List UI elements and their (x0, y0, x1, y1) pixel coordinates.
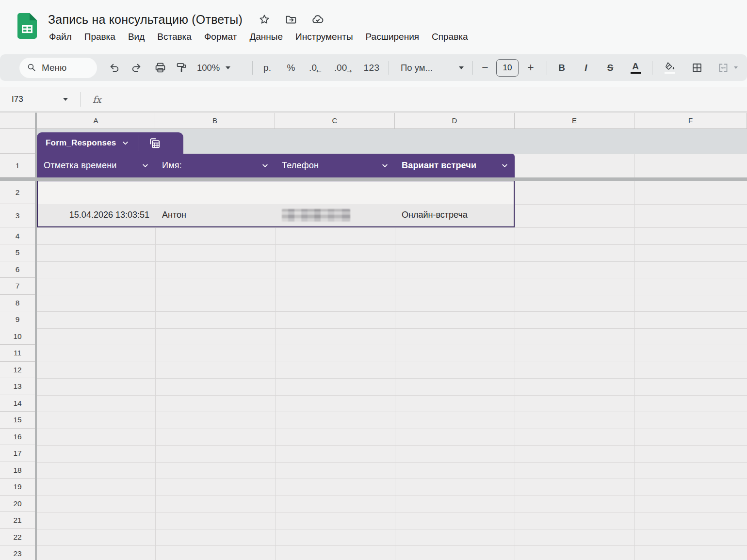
select-all-corner[interactable] (0, 112, 35, 129)
table-tab[interactable]: Form_Responses (37, 132, 183, 154)
font-family-value: По ум... (401, 63, 433, 73)
row-header-13[interactable]: 13 (0, 378, 35, 395)
chevron-down-icon[interactable] (122, 140, 129, 147)
column-header-D[interactable]: D (395, 112, 515, 129)
gridline (37, 345, 747, 345)
cell-B3[interactable]: Антон (155, 210, 275, 220)
gridline (37, 496, 747, 496)
font-size-input[interactable]: 10 (496, 59, 519, 77)
strikethrough-button[interactable]: S (601, 59, 619, 77)
row-header-7[interactable]: 7 (0, 278, 35, 295)
chevron-down-icon[interactable] (381, 162, 389, 169)
table-column-name[interactable]: Имя: (155, 154, 275, 177)
gridline (37, 311, 747, 312)
name-box[interactable]: I73 (12, 95, 65, 104)
font-family-select[interactable]: По ум... (396, 63, 469, 73)
paint-bucket-icon (665, 62, 675, 71)
gridline (37, 227, 747, 228)
menu-Вставка[interactable]: Вставка (151, 32, 198, 42)
row-header-23[interactable]: 23 (0, 545, 35, 560)
table-view-icon[interactable] (148, 137, 161, 149)
table-name[interactable]: Form_Responses (46, 138, 116, 148)
menu-Данные[interactable]: Данные (243, 32, 289, 42)
move-to-folder-icon[interactable] (285, 13, 297, 26)
borders-button[interactable] (687, 59, 707, 77)
chevron-down-icon[interactable] (142, 162, 149, 169)
row-header-20[interactable]: 20 (0, 496, 35, 512)
merge-options-chevron-icon[interactable] (734, 66, 738, 69)
row-header-15[interactable]: 15 (0, 412, 35, 429)
row-header-16[interactable]: 16 (0, 429, 35, 446)
currency-format-button[interactable]: р. (258, 59, 277, 77)
table-row-3[interactable]: 15.04.2026 13:03:51 Антон Онлайн-встреча (38, 204, 514, 227)
cell-C3[interactable] (275, 209, 395, 222)
row-header-5[interactable]: 5 (0, 244, 35, 261)
menu-Расширения[interactable]: Расширения (359, 32, 426, 42)
column-header-A[interactable]: A (37, 112, 155, 129)
row-header-18[interactable]: 18 (0, 462, 35, 479)
more-formats-button[interactable]: 123 (360, 59, 383, 77)
row-header-10[interactable]: 10 (0, 328, 35, 345)
bold-button[interactable]: B (553, 59, 570, 77)
row-header-9[interactable]: 9 (0, 311, 35, 328)
table-column-meeting[interactable]: Вариант встречи (395, 154, 515, 177)
row-header-3[interactable]: 3 (0, 204, 35, 227)
row-header-6[interactable]: 6 (0, 261, 35, 278)
increase-decimal-button[interactable]: .00→ (330, 59, 356, 77)
row-header-17[interactable]: 17 (0, 445, 35, 462)
text-color-button[interactable]: A (627, 59, 644, 77)
row-header-11[interactable]: 11 (0, 345, 35, 362)
table-body[interactable]: 15.04.2026 13:03:51 Антон Онлайн-встреча (37, 181, 515, 227)
cell-A3[interactable]: 15.04.2026 13:03:51 (38, 210, 155, 220)
decrease-decimal-button[interactable]: .0← (305, 59, 325, 77)
row-header-12[interactable]: 12 (0, 362, 35, 379)
frozen-row-divider[interactable] (0, 177, 747, 181)
row-header-2[interactable]: 2 (0, 181, 35, 204)
chevron-down-icon[interactable] (501, 162, 508, 169)
row-header-1[interactable]: 1 (0, 154, 35, 177)
sheets-logo-icon (17, 13, 37, 39)
name-box-chevron-icon[interactable] (63, 98, 68, 101)
undo-button[interactable] (106, 59, 123, 77)
cell-D3[interactable]: Онлайн-встреча (395, 210, 514, 220)
sheet-grid[interactable]: ABCDEF 123456789101112131415161718192021… (0, 112, 747, 560)
decrease-font-size-button[interactable]: − (478, 59, 492, 77)
gridline (37, 278, 747, 278)
row-header-4[interactable]: 4 (0, 227, 35, 244)
toolbar-search[interactable]: Меню (19, 58, 97, 78)
row-header-21[interactable]: 21 (0, 512, 35, 529)
gridline (37, 378, 747, 379)
row-header-19[interactable]: 19 (0, 479, 35, 496)
menu-Справка[interactable]: Справка (425, 32, 474, 42)
column-header-C[interactable]: C (275, 112, 395, 129)
column-header-B[interactable]: B (155, 112, 275, 129)
star-icon[interactable] (258, 13, 271, 26)
percent-format-button[interactable]: % (283, 59, 299, 77)
print-button[interactable] (151, 59, 169, 77)
table-column-phone[interactable]: Телефон (275, 154, 395, 177)
document-title[interactable]: Запись на консультацию (Ответы) (48, 13, 243, 27)
menu-Инструменты[interactable]: Инструменты (289, 32, 359, 42)
row-header-14[interactable]: 14 (0, 395, 35, 412)
row-header-8[interactable]: 8 (0, 295, 35, 312)
menu-Файл[interactable]: Файл (43, 32, 78, 42)
zoom-select[interactable]: 100% (197, 63, 247, 73)
table-column-timestamp[interactable]: Отметка времени (37, 154, 155, 177)
menu-Вид[interactable]: Вид (122, 32, 151, 42)
menu-Формат[interactable]: Формат (198, 32, 244, 42)
italic-button[interactable]: I (577, 59, 595, 77)
column-header-F[interactable]: F (634, 112, 747, 129)
merge-cells-icon (717, 62, 729, 74)
cloud-saved-icon[interactable] (311, 13, 324, 26)
redo-button[interactable] (127, 59, 145, 77)
menu-Правка[interactable]: Правка (78, 32, 122, 42)
paint-format-button[interactable] (173, 59, 190, 77)
merge-cells-button[interactable] (714, 59, 733, 77)
table-row-2[interactable] (38, 181, 514, 204)
gridline (37, 479, 747, 479)
row-header-22[interactable]: 22 (0, 529, 35, 546)
column-header-E[interactable]: E (515, 112, 634, 129)
chevron-down-icon[interactable] (261, 162, 269, 169)
fill-color-button[interactable] (660, 59, 680, 77)
increase-font-size-button[interactable]: + (523, 59, 538, 77)
